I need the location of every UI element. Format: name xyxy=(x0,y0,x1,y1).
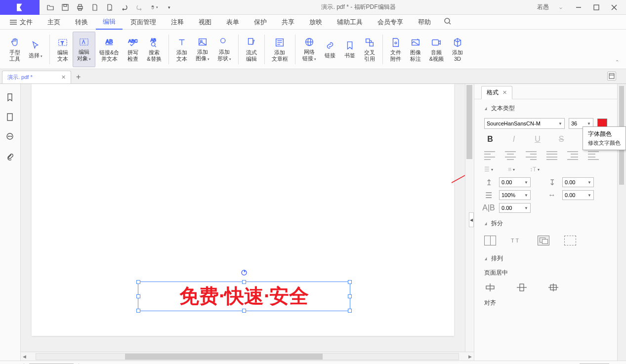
resize-handle-se[interactable] xyxy=(348,309,352,313)
center-horizontal-button[interactable] xyxy=(484,283,496,292)
new-tab-button[interactable]: + xyxy=(71,71,85,83)
menu-protect[interactable]: 保护 xyxy=(247,15,274,29)
comment-icon[interactable] xyxy=(5,132,15,142)
char-spacing-input[interactable]: 0.00▼ xyxy=(562,190,594,200)
ribbon-bookmark[interactable]: 书签 xyxy=(340,32,360,67)
ribbon-edit-object[interactable]: 编辑 对象▾ xyxy=(73,32,95,67)
ribbon-cross-ref[interactable]: 交叉 引用 xyxy=(360,32,379,67)
ribbon-add-article[interactable]: 添加 文章框 xyxy=(268,32,292,67)
split-text-button[interactable]: T T xyxy=(511,236,523,245)
ribbon-image-annotation[interactable]: 图像 标注 xyxy=(406,32,425,67)
reading-mode-icon[interactable] xyxy=(607,72,616,81)
ribbon-add-shape[interactable]: 添加 形状▾ xyxy=(213,32,235,67)
ribbon-search-replace[interactable]: AB搜索 &替换 xyxy=(143,32,165,67)
menu-vip[interactable]: 会员专享 xyxy=(371,15,410,29)
align-left-button[interactable] xyxy=(484,151,495,160)
resize-handle-w[interactable] xyxy=(136,294,140,298)
menu-view[interactable]: 视图 xyxy=(192,15,218,29)
resize-handle-sw[interactable] xyxy=(136,309,140,313)
strikethrough-button[interactable]: S xyxy=(555,133,567,145)
resize-handle-nw[interactable] xyxy=(136,280,140,284)
ribbon-flow-edit[interactable]: 流式 编辑 xyxy=(242,32,261,67)
center-vertical-button[interactable] xyxy=(516,283,528,292)
bold-button[interactable]: B xyxy=(484,133,496,145)
minimize-button[interactable] xyxy=(573,1,584,13)
close-panel-icon[interactable]: ✕ xyxy=(502,89,507,96)
ribbon-file-attachment[interactable]: 文件 附件 xyxy=(386,32,406,67)
qat-dropdown-icon[interactable]: ▾ xyxy=(165,3,173,11)
ribbon-web-link[interactable]: 网络 链接▾ xyxy=(298,32,320,67)
ribbon-collapse-icon[interactable]: ⌃ xyxy=(613,57,621,67)
ribbon-edit-text[interactable]: T编辑 文本 xyxy=(53,32,73,67)
panel-tab-format[interactable]: 格式✕ xyxy=(481,86,512,99)
ribbon-add-image[interactable]: 添加 图像▾ xyxy=(192,32,213,67)
font-family-select[interactable]: SourceHanSansCN-M▼ xyxy=(484,118,565,129)
save-icon[interactable] xyxy=(61,3,69,11)
ribbon-select-tool[interactable]: 选择▾ xyxy=(25,32,46,67)
menu-page[interactable]: 页面管理 xyxy=(124,15,163,29)
rotate-handle-icon[interactable] xyxy=(241,269,248,276)
menu-comment[interactable]: 注释 xyxy=(164,15,191,29)
attachment-icon[interactable] xyxy=(5,152,15,162)
section-arrange[interactable]: 排列 xyxy=(474,249,617,267)
menu-play[interactable]: 放映 xyxy=(302,15,329,29)
line-height-input[interactable]: 100%▼ xyxy=(499,190,531,200)
menu-tools[interactable]: 辅助工具 xyxy=(330,15,370,29)
align-center-button[interactable] xyxy=(505,151,516,160)
user-dropdown-icon[interactable]: ⌵ xyxy=(555,1,567,13)
resize-handle-e[interactable] xyxy=(348,294,352,298)
ribbon-link[interactable]: 链接 xyxy=(320,32,340,67)
line-height-button[interactable]: ↕T▾ xyxy=(530,166,540,173)
menu-form[interactable]: 表单 xyxy=(219,15,246,29)
redo-icon[interactable] xyxy=(135,3,143,11)
resize-handle-s[interactable] xyxy=(242,309,246,313)
panel-scrollbar[interactable] xyxy=(617,84,626,361)
ribbon-link-merge[interactable]: AB链接&合 并文本 xyxy=(95,32,123,67)
ribbon-audio-video[interactable]: 音频 &视频 xyxy=(425,32,448,67)
horizontal-scrollbar[interactable]: ◀ ▶ xyxy=(21,352,474,361)
center-both-button[interactable] xyxy=(547,283,559,292)
menu-convert[interactable]: 转换 xyxy=(68,15,95,29)
section-split[interactable]: 拆分 xyxy=(474,214,617,232)
split-vertical-button[interactable] xyxy=(484,236,496,245)
hand-icon[interactable]: ▾ xyxy=(150,3,158,11)
resize-handle-ne[interactable] xyxy=(348,280,352,284)
user-name[interactable]: 若愚 xyxy=(537,3,549,11)
selected-text-box[interactable]: 免费·快速·安全 xyxy=(138,282,350,311)
italic-button[interactable]: I xyxy=(508,133,520,145)
indent-increase-button[interactable] xyxy=(588,151,599,160)
right-panel-toggle-icon[interactable]: ◀ xyxy=(469,212,474,227)
bookmark-icon[interactable] xyxy=(5,93,15,103)
close-button[interactable] xyxy=(608,1,620,13)
menu-home[interactable]: 主页 xyxy=(41,15,67,29)
close-tab-icon[interactable]: ✕ xyxy=(61,74,66,81)
merge-button[interactable] xyxy=(538,236,549,245)
align-justify-button[interactable] xyxy=(546,151,557,160)
search-icon[interactable] xyxy=(444,17,452,27)
ribbon-spell-check[interactable]: ABC拼写 检查 xyxy=(123,32,143,67)
print-icon[interactable] xyxy=(76,3,84,11)
section-text-type[interactable]: 文本类型 xyxy=(474,99,617,117)
menu-share[interactable]: 共享 xyxy=(275,15,301,29)
menu-help[interactable]: 帮助 xyxy=(411,15,438,29)
underline-button[interactable]: U xyxy=(532,133,543,145)
align-right-button[interactable] xyxy=(526,151,537,160)
ribbon-hand-tool[interactable]: 手型 工具 xyxy=(5,32,25,67)
resize-handle-n[interactable] xyxy=(242,280,246,284)
menu-file[interactable]: 文件 xyxy=(5,15,40,29)
ribbon-add-3d[interactable]: 添加 3D xyxy=(448,32,467,67)
spacing-before-input[interactable]: 0.00▼ xyxy=(499,177,531,187)
scale-input[interactable]: 0.00▼ xyxy=(499,203,531,213)
spacing-after-input[interactable]: 0.00▼ xyxy=(562,177,594,187)
maximize-button[interactable] xyxy=(590,1,602,13)
pages-icon[interactable] xyxy=(5,113,15,122)
page2-icon[interactable] xyxy=(106,3,114,11)
document-tab[interactable]: 演示. pdf * ✕ xyxy=(2,71,71,83)
bullet-list-button[interactable]: ☰▾ xyxy=(484,166,493,173)
ribbon-add-text[interactable]: 添加 文本 xyxy=(172,32,192,67)
indent-decrease-button[interactable] xyxy=(567,151,578,160)
undo-icon[interactable] xyxy=(121,3,128,11)
unlink-button[interactable] xyxy=(564,236,576,245)
open-icon[interactable] xyxy=(46,3,54,11)
number-list-button[interactable]: ≡▾ xyxy=(508,166,515,173)
